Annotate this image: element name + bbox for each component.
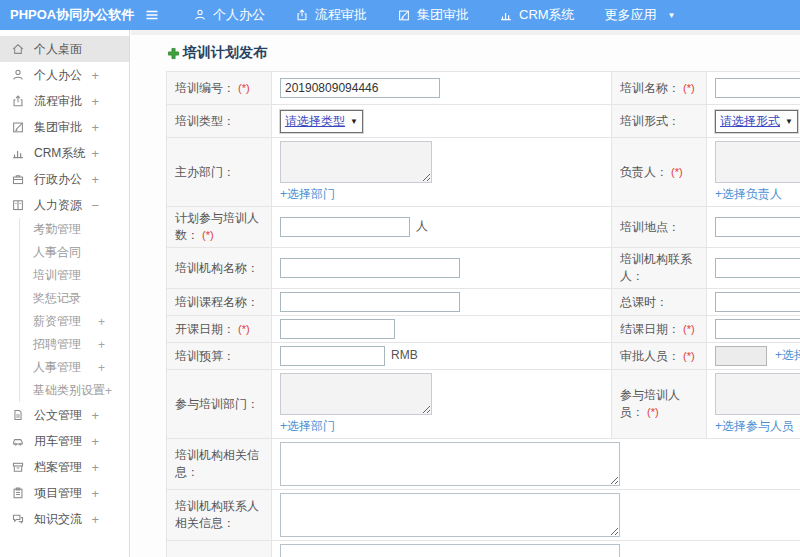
- expand-plus-icon[interactable]: +: [91, 120, 99, 135]
- training-form-select[interactable]: 请选择形式 ▼: [715, 110, 798, 133]
- top-navigation: 个人办公 流程审批 集团审批 CRM系统 更多应用 ▼: [178, 0, 691, 30]
- expand-plus-icon[interactable]: +: [91, 434, 99, 449]
- archive-icon: [11, 460, 25, 474]
- field-label: 培训类型：: [167, 105, 272, 138]
- topnav-item-personal-office[interactable]: 个人办公: [178, 0, 280, 30]
- expand-plus-icon[interactable]: +: [91, 172, 99, 187]
- budget-input[interactable]: [280, 346, 385, 366]
- sidebar-item-workflow-approval[interactable]: 流程审批 +: [0, 88, 129, 114]
- expand-plus-icon[interactable]: +: [91, 512, 99, 527]
- field-label: 培训机构名称：: [167, 248, 272, 289]
- chart-icon: [499, 8, 513, 22]
- unit-suffix: 人: [416, 219, 428, 233]
- expand-plus-icon[interactable]: +: [98, 315, 105, 329]
- table-row: 计划参与培训人数：(*) 人 培训地点：: [167, 207, 800, 248]
- required-marker: (*): [683, 82, 695, 94]
- select-participants-link[interactable]: +选择参与人员: [715, 418, 794, 435]
- sidebar-subitem-salary[interactable]: 薪资管理 +: [20, 310, 129, 333]
- sidebar-item-crm[interactable]: CRM系统 +: [0, 140, 129, 166]
- expand-plus-icon[interactable]: +: [105, 384, 112, 398]
- sidebar-item-personal-desktop[interactable]: 个人桌面: [0, 36, 129, 62]
- field-label: 培训机构联系人：: [612, 248, 707, 289]
- location-input[interactable]: [715, 217, 800, 237]
- sidebar-item-knowledge[interactable]: 知识交流 +: [0, 506, 129, 532]
- sidebar-item-personal-office[interactable]: 个人办公 +: [0, 62, 129, 88]
- total-hours-input[interactable]: [715, 292, 800, 312]
- approver-input[interactable]: [715, 346, 767, 366]
- topnav-item-group-approval[interactable]: 集团审批: [382, 0, 484, 30]
- topnav-label: 集团审批: [417, 6, 469, 24]
- expand-plus-icon[interactable]: +: [91, 408, 99, 423]
- select-leader-link[interactable]: +选择负责人: [715, 186, 782, 203]
- participant-depts-textarea[interactable]: [280, 373, 432, 415]
- sidebar-subitem-training[interactable]: 培训管理: [20, 264, 129, 287]
- user-icon: [193, 8, 207, 22]
- training-no-input[interactable]: [280, 78, 440, 98]
- select-approver-link[interactable]: +选择审批人员: [775, 348, 800, 362]
- field-label: 培训名称：(*): [612, 72, 707, 105]
- sidebar-subitem-base-categories[interactable]: 基础类别设置 +: [20, 379, 129, 402]
- topnav-item-workflow-approval[interactable]: 流程审批: [280, 0, 382, 30]
- sidebar-item-group-approval[interactable]: 集团审批 +: [0, 114, 129, 140]
- topnav-label: 个人办公: [213, 6, 265, 24]
- sidebar-item-admin-office[interactable]: 行政办公 +: [0, 166, 129, 192]
- caret-down-icon: ▼: [785, 117, 793, 126]
- training-plan-form: 培训编号：(*) 培训名称：(*) 培训类型： 请选择类型 ▼ 培训形式： 请选…: [166, 71, 800, 557]
- topnav-label: 更多应用: [605, 6, 657, 24]
- topnav-item-more-apps[interactable]: 更多应用 ▼: [590, 0, 691, 30]
- leader-textarea[interactable]: [715, 141, 800, 183]
- sidebar-item-projects[interactable]: 项目管理 +: [0, 480, 129, 506]
- required-marker: (*): [683, 323, 695, 335]
- org-contact-person-input[interactable]: [715, 258, 800, 278]
- end-date-input[interactable]: [715, 319, 800, 339]
- expand-plus-icon[interactable]: +: [91, 68, 99, 83]
- document-icon: [11, 408, 25, 422]
- expand-plus-icon[interactable]: +: [98, 338, 105, 352]
- caret-down-icon: ▼: [350, 117, 358, 126]
- field-label: 培训要求：: [167, 541, 272, 557]
- org-info-textarea[interactable]: [280, 442, 620, 486]
- required-marker: (*): [238, 82, 250, 94]
- host-dept-textarea[interactable]: [280, 141, 432, 183]
- collapse-minus-icon[interactable]: −: [91, 198, 99, 213]
- required-marker: (*): [683, 350, 695, 362]
- sidebar-item-official-docs[interactable]: 公文管理 +: [0, 402, 129, 428]
- sidebar-subitem-recruiting[interactable]: 招聘管理 +: [20, 333, 129, 356]
- training-type-select[interactable]: 请选择类型 ▼: [280, 110, 363, 133]
- top-strip: [131, 30, 800, 35]
- chat-icon: [11, 512, 25, 526]
- main-content: 培训计划发布 培训编号：(*) 培训名称：(*) 培训类型： 请选择类型 ▼ 培…: [131, 30, 800, 557]
- book-icon: [11, 198, 25, 212]
- participants-textarea[interactable]: [715, 373, 800, 415]
- table-row: 培训课程名称： 总课时：: [167, 289, 800, 316]
- sidebar-item-archives[interactable]: 档案管理 +: [0, 454, 129, 480]
- expand-plus-icon[interactable]: +: [91, 146, 99, 161]
- org-name-input[interactable]: [280, 258, 460, 278]
- course-name-input[interactable]: [280, 292, 460, 312]
- page-title: 培训计划发布: [166, 44, 800, 62]
- start-date-input[interactable]: [280, 319, 395, 339]
- sidebar-item-vehicle[interactable]: 用车管理 +: [0, 428, 129, 454]
- sidebar-subitem-hr-contract[interactable]: 人事合同: [20, 241, 129, 264]
- org-contact-info-textarea[interactable]: [280, 493, 620, 537]
- topnav-item-crm[interactable]: CRM系统: [484, 0, 590, 30]
- expand-plus-icon[interactable]: +: [91, 94, 99, 109]
- select-dept-link[interactable]: +选择部门: [280, 418, 335, 435]
- planned-count-input[interactable]: [280, 217, 410, 237]
- sidebar-item-human-resources[interactable]: 人力资源 −: [0, 192, 129, 218]
- training-name-input[interactable]: [715, 78, 800, 98]
- requirements-textarea[interactable]: [280, 544, 620, 557]
- sidebar-subitem-attendance[interactable]: 考勤管理: [20, 218, 129, 241]
- menu-toggle-icon[interactable]: [144, 7, 160, 23]
- sidebar-subitem-personnel[interactable]: 人事管理 +: [20, 356, 129, 379]
- field-label: 结课日期：(*): [612, 316, 707, 343]
- sidebar-subitem-rewards[interactable]: 奖惩记录: [20, 287, 129, 310]
- expand-plus-icon[interactable]: +: [91, 460, 99, 475]
- field-label: 培训机构联系人相关信息：: [167, 490, 272, 541]
- expand-plus-icon[interactable]: +: [98, 361, 105, 375]
- expand-plus-icon[interactable]: +: [91, 486, 99, 501]
- field-label: 培训课程名称：: [167, 289, 272, 316]
- table-row: 培训预算： RMB 审批人员：(*) +选择审批人员: [167, 343, 800, 370]
- share-icon: [295, 8, 309, 22]
- select-dept-link[interactable]: +选择部门: [280, 186, 335, 203]
